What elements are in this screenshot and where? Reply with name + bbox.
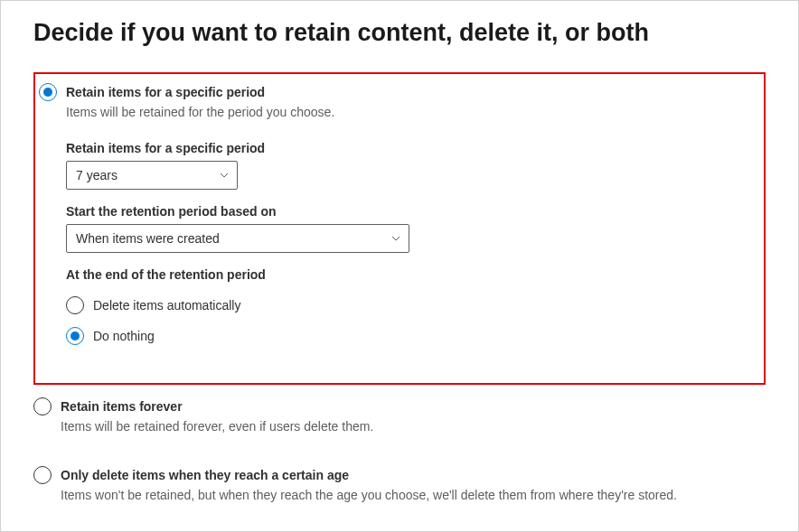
field-retention-period: Retain items for a specific period 7 yea… xyxy=(66,141,755,190)
option-label-retain-specific: Retain items for a specific period xyxy=(66,85,265,99)
chevron-down-icon xyxy=(219,170,230,181)
option-label-only-delete: Only delete items when they reach a cert… xyxy=(61,468,349,482)
option-desc-retain-specific: Items will be retained for the period yo… xyxy=(66,105,755,119)
radio-retain-forever[interactable] xyxy=(33,397,52,415)
option-only-delete: Only delete items when they reach a cert… xyxy=(33,466,766,502)
field-retention-end: At the end of the retention period xyxy=(66,267,755,282)
end-action-group: Delete items automatically Do nothing xyxy=(66,296,755,345)
select-retention-period[interactable]: 7 years xyxy=(66,161,238,190)
highlighted-section: Retain items for a specific period Items… xyxy=(33,72,766,385)
option-retain-forever: Retain items forever Items will be retai… xyxy=(33,397,766,434)
select-retention-period-value: 7 years xyxy=(76,168,118,182)
option-retain-specific: Retain items for a specific period Items… xyxy=(39,83,755,345)
label-retention-end: At the end of the retention period xyxy=(66,267,755,282)
label-retention-start: Start the retention period based on xyxy=(66,204,755,219)
radio-do-nothing[interactable] xyxy=(66,327,84,345)
chevron-down-icon xyxy=(390,233,401,244)
label-delete-automatically: Delete items automatically xyxy=(93,298,240,313)
option-desc-retain-forever: Items will be retained forever, even if … xyxy=(61,419,766,434)
option-label-retain-forever: Retain items forever xyxy=(61,399,183,414)
radio-retain-specific[interactable] xyxy=(39,83,57,101)
label-do-nothing: Do nothing xyxy=(93,329,155,343)
label-retention-period: Retain items for a specific period xyxy=(66,141,755,155)
select-retention-start-value: When items were created xyxy=(76,231,220,246)
radio-only-delete[interactable] xyxy=(33,466,52,484)
page-title: Decide if you want to retain content, de… xyxy=(33,19,766,47)
option-desc-only-delete: Items won't be retained, but when they r… xyxy=(61,488,766,502)
select-retention-start[interactable]: When items were created xyxy=(66,224,409,253)
radio-delete-automatically[interactable] xyxy=(66,296,84,314)
field-retention-start: Start the retention period based on When… xyxy=(66,204,755,253)
